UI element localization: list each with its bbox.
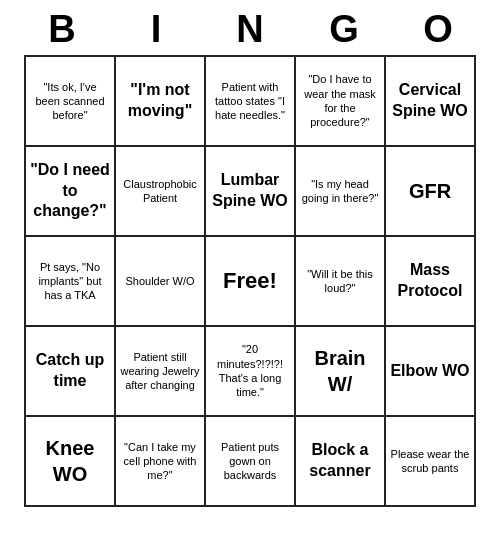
bingo-cell-15[interactable]: Catch up time [26, 327, 116, 417]
bingo-cell-21[interactable]: "Can I take my cell phone with me?" [116, 417, 206, 507]
bingo-cell-6[interactable]: Claustrophobic Patient [116, 147, 206, 237]
bingo-cell-2[interactable]: Patient with tattoo states "I hate needl… [206, 57, 296, 147]
bingo-cell-9[interactable]: GFR [386, 147, 476, 237]
bingo-cell-13[interactable]: "Will it be this loud?" [296, 237, 386, 327]
bingo-cell-3[interactable]: "Do I have to wear the mask for the proc… [296, 57, 386, 147]
header-letter-g: G [300, 8, 388, 51]
bingo-grid: "Its ok, I've been scanned before""I'm n… [24, 55, 476, 507]
bingo-cell-22[interactable]: Patient puts gown on backwards [206, 417, 296, 507]
bingo-cell-16[interactable]: Patient still wearing Jewelry after chan… [116, 327, 206, 417]
header-letter-i: I [112, 8, 200, 51]
bingo-cell-20[interactable]: Knee WO [26, 417, 116, 507]
bingo-cell-17[interactable]: "20 minutes?!?!?! That's a long time." [206, 327, 296, 417]
bingo-cell-10[interactable]: Pt says, "No implants" but has a TKA [26, 237, 116, 327]
bingo-cell-8[interactable]: "Is my head going in there?" [296, 147, 386, 237]
bingo-cell-5[interactable]: "Do I need to change?" [26, 147, 116, 237]
bingo-cell-23[interactable]: Block a scanner [296, 417, 386, 507]
bingo-cell-7[interactable]: Lumbar Spine WO [206, 147, 296, 237]
bingo-cell-1[interactable]: "I'm not moving" [116, 57, 206, 147]
bingo-cell-11[interactable]: Shoulder W/O [116, 237, 206, 327]
bingo-cell-18[interactable]: Brain W/ [296, 327, 386, 417]
bingo-cell-0[interactable]: "Its ok, I've been scanned before" [26, 57, 116, 147]
bingo-header: BINGO [15, 0, 485, 55]
header-letter-b: B [18, 8, 106, 51]
bingo-cell-24[interactable]: Please wear the scrub pants [386, 417, 476, 507]
bingo-cell-19[interactable]: Elbow WO [386, 327, 476, 417]
bingo-cell-12[interactable]: Free! [206, 237, 296, 327]
bingo-cell-4[interactable]: Cervical Spine WO [386, 57, 476, 147]
header-letter-n: N [206, 8, 294, 51]
bingo-cell-14[interactable]: Mass Protocol [386, 237, 476, 327]
header-letter-o: O [394, 8, 482, 51]
